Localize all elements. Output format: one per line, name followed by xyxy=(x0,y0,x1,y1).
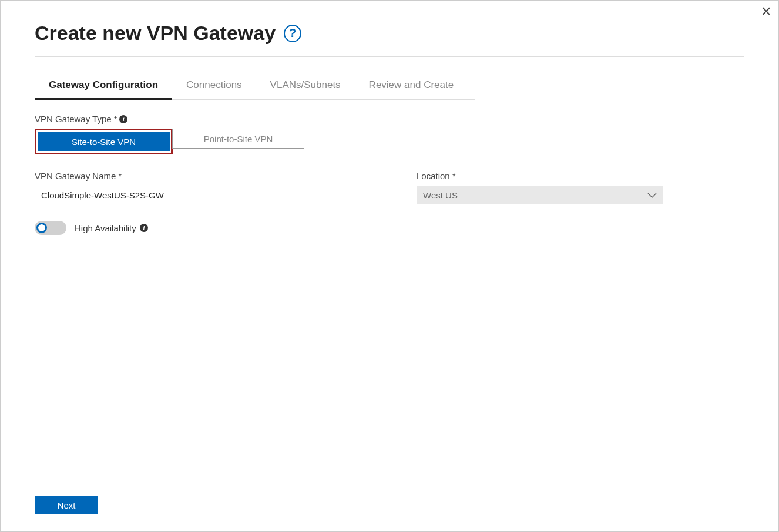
tab-vlans-subnets[interactable]: VLANs/Subnets xyxy=(256,73,355,100)
next-button[interactable]: Next xyxy=(35,496,98,514)
location-field-group: Location * West US xyxy=(417,171,663,204)
chevron-down-icon xyxy=(647,190,657,200)
label-text: VPN Gateway Type xyxy=(35,114,112,124)
select-value: West US xyxy=(423,190,458,200)
required-indicator: * xyxy=(118,171,122,181)
info-icon[interactable]: i xyxy=(119,115,127,123)
tab-gateway-configuration[interactable]: Gateway Configuration xyxy=(35,73,172,100)
divider xyxy=(35,56,744,57)
high-availability-toggle[interactable] xyxy=(35,221,66,235)
tab-connections[interactable]: Connections xyxy=(172,73,256,100)
required-indicator: * xyxy=(452,171,456,181)
toggle-knob xyxy=(36,223,47,233)
tab-review-and-create[interactable]: Review and Create xyxy=(355,73,468,100)
footer: Next xyxy=(35,483,744,514)
location-select[interactable]: West US xyxy=(417,186,663,204)
help-icon[interactable]: ? xyxy=(284,25,301,42)
name-field-group: VPN Gateway Name * xyxy=(35,171,281,204)
type-option-point-to-site[interactable]: Point-to-Site VPN xyxy=(172,129,304,149)
vpn-gateway-type-group: Site-to-Site VPN Point-to-Site VPN xyxy=(35,129,744,154)
highlight-box: Site-to-Site VPN xyxy=(35,129,173,154)
vpn-gateway-name-input[interactable] xyxy=(35,186,281,204)
required-indicator: * xyxy=(114,114,117,124)
info-icon[interactable]: i xyxy=(140,224,148,232)
page-title: Create new VPN Gateway xyxy=(35,22,276,45)
label-text: High Availability xyxy=(75,223,136,233)
type-option-site-to-site[interactable]: Site-to-Site VPN xyxy=(38,132,170,151)
high-availability-label: High Availability i xyxy=(75,223,148,233)
label-text: VPN Gateway Name xyxy=(35,171,116,181)
vpn-gateway-name-label: VPN Gateway Name * xyxy=(35,171,281,181)
tabs: Gateway Configuration Connections VLANs/… xyxy=(35,73,475,100)
vpn-gateway-type-label: VPN Gateway Type * i xyxy=(35,114,744,124)
close-icon[interactable]: ✕ xyxy=(761,5,771,18)
location-label: Location * xyxy=(417,171,663,181)
label-text: Location xyxy=(417,171,450,181)
